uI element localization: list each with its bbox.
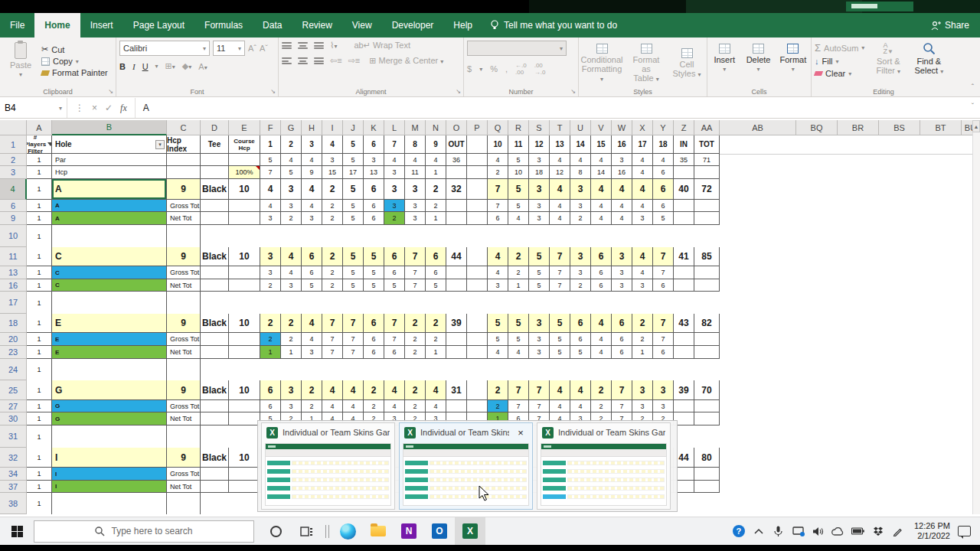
cell-L23[interactable]: 6 — [384, 346, 405, 359]
cell-F6[interactable]: 4 — [260, 200, 281, 212]
cell-F16[interactable]: 2 — [260, 279, 281, 292]
cell-B32[interactable]: I — [52, 448, 167, 468]
number-dialog-launcher[interactable]: ↘ — [570, 88, 576, 95]
cell-Z27[interactable] — [674, 400, 694, 412]
cell-N20[interactable]: 2 — [426, 333, 446, 346]
cell-A24[interactable]: 1 — [27, 359, 52, 380]
cell-A18[interactable]: 1 — [27, 314, 52, 333]
cell-M6[interactable]: 3 — [405, 200, 426, 212]
cell-W25[interactable]: 7 — [612, 380, 632, 400]
tab-help[interactable]: Help — [443, 13, 482, 37]
cell-AA18[interactable]: 82 — [694, 314, 720, 333]
cell-W6[interactable]: 4 — [612, 200, 632, 212]
row-header-25[interactable]: 25 — [0, 380, 27, 400]
cell-I16[interactable]: 2 — [322, 279, 343, 292]
cell-AA16[interactable] — [694, 279, 720, 292]
column-header-F[interactable]: F — [260, 120, 281, 135]
cell-U20[interactable]: 6 — [570, 333, 591, 346]
cell-W27[interactable]: 7 — [612, 400, 632, 412]
row-header-20[interactable]: 20 — [0, 333, 27, 346]
cell-U6[interactable]: 3 — [570, 200, 591, 212]
cell-AA13[interactable] — [694, 266, 720, 279]
help-tray-button[interactable]: ? — [729, 517, 749, 546]
scroll-up-button[interactable]: ▲ — [972, 120, 980, 132]
outlook-button[interactable]: O — [424, 517, 455, 546]
cell-D11[interactable]: Black — [201, 247, 229, 266]
row-header-31[interactable]: 31 — [0, 425, 27, 448]
cell-T25[interactable]: 4 — [550, 380, 570, 400]
find-select-button[interactable]: Find &Select ▾ — [912, 41, 946, 77]
cell-I4[interactable]: 2 — [322, 179, 343, 200]
cell-Z4[interactable]: 40 — [674, 179, 694, 200]
cell-M11[interactable]: 7 — [405, 247, 426, 266]
cell-O2[interactable]: 36 — [446, 154, 467, 166]
cell-C30[interactable]: Net Tot — [167, 412, 201, 425]
cell-D4[interactable]: Black — [201, 179, 229, 200]
cell-J25[interactable]: 4 — [343, 380, 364, 400]
cell-L13[interactable]: 6 — [384, 266, 405, 279]
cell-D1[interactable]: Tee — [201, 135, 229, 154]
cell-C4[interactable]: 9 — [167, 179, 201, 200]
format-as-table-button[interactable]: Format asTable ▾ — [629, 42, 664, 84]
cell-I2[interactable]: 3 — [322, 154, 343, 166]
cell-M2[interactable]: 4 — [405, 154, 426, 166]
cell-I25[interactable]: 4 — [322, 380, 343, 400]
row-header-17[interactable]: 17 — [0, 292, 27, 314]
cell-B11[interactable]: C — [52, 247, 167, 266]
cell-U13[interactable]: 3 — [570, 266, 591, 279]
column-header-O[interactable]: O — [446, 120, 467, 135]
cell-G16[interactable]: 3 — [281, 279, 302, 292]
cell-I27[interactable]: 4 — [322, 400, 343, 412]
increase-indent-button[interactable]: ⇨≡ — [348, 56, 361, 66]
cell-J27[interactable]: 4 — [343, 400, 364, 412]
align-middle-icon[interactable] — [298, 41, 308, 51]
cell-L27[interactable]: 4 — [384, 400, 405, 412]
column-header-BQ[interactable]: BQ — [796, 120, 838, 135]
cell-X4[interactable]: 4 — [632, 179, 653, 200]
cell-R1[interactable]: 11 — [508, 135, 529, 154]
cell-I9[interactable]: 2 — [322, 212, 343, 225]
cell-J2[interactable]: 5 — [343, 154, 364, 166]
cell-B1[interactable]: Hole▾ — [52, 135, 167, 154]
cell-E27[interactable] — [229, 400, 260, 412]
start-button[interactable] — [0, 517, 34, 546]
share-button[interactable]: Share — [931, 13, 969, 37]
cell-H1[interactable]: 3 — [302, 135, 322, 154]
cell-D25[interactable]: Black — [201, 380, 229, 400]
cell-G23[interactable]: 1 — [281, 346, 302, 359]
cell-R16[interactable]: 1 — [508, 279, 529, 292]
cell-E32[interactable]: 10 — [229, 448, 260, 468]
cell-P4[interactable] — [467, 179, 488, 200]
cell-Q3[interactable]: 2 — [488, 166, 508, 179]
cell-D37[interactable] — [201, 481, 229, 493]
cell-A30[interactable]: 1 — [27, 412, 52, 425]
paste-button[interactable]: Paste▾ — [3, 41, 38, 78]
cell-X20[interactable]: 2 — [632, 333, 653, 346]
cell-Z25[interactable]: 39 — [674, 380, 694, 400]
cell-E30[interactable] — [229, 412, 260, 425]
wrap-text-button[interactable]: ab↵ Wrap Text — [354, 41, 410, 51]
cell-K20[interactable]: 6 — [364, 333, 384, 346]
cell-I18[interactable]: 7 — [322, 314, 343, 333]
cell-O4[interactable]: 32 — [446, 179, 467, 200]
column-header-C[interactable]: C — [167, 120, 201, 135]
cell-L9[interactable]: 2 — [384, 212, 405, 225]
cell-K1[interactable]: 6 — [364, 135, 384, 154]
cell-V9[interactable]: 4 — [591, 212, 612, 225]
cell-S9[interactable]: 3 — [529, 212, 550, 225]
cell-N1[interactable]: 9 — [426, 135, 446, 154]
alignment-dialog-launcher[interactable]: ↘ — [456, 88, 461, 95]
cell-A20[interactable]: 1 — [27, 333, 52, 346]
column-header-AA[interactable]: AA — [694, 120, 720, 135]
cell-U1[interactable]: 14 — [570, 135, 591, 154]
cell-A27[interactable]: 1 — [27, 400, 52, 412]
cell-E13[interactable] — [229, 266, 260, 279]
cell-E9[interactable] — [229, 212, 260, 225]
cell-L11[interactable]: 6 — [384, 247, 405, 266]
tab-view[interactable]: View — [342, 13, 382, 37]
cell-F11[interactable]: 3 — [260, 247, 281, 266]
cell-C18[interactable]: 9 — [167, 314, 201, 333]
grow-font-button[interactable]: Aˆ — [248, 44, 256, 53]
cell-B30[interactable]: G — [52, 412, 167, 425]
cell-L4[interactable]: 3 — [384, 179, 405, 200]
